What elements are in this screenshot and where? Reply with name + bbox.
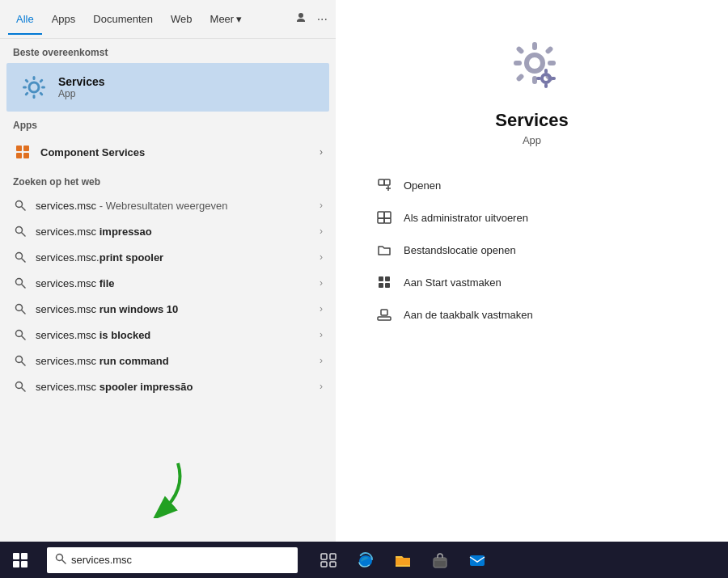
edge-button[interactable]	[349, 544, 382, 576]
svg-rect-42	[544, 83, 548, 88]
start-button[interactable]	[0, 542, 40, 578]
detail-app-type: App	[523, 134, 541, 146]
best-match-subtitle: App	[58, 88, 316, 99]
svg-point-25	[16, 331, 23, 337]
svg-rect-2	[33, 95, 36, 99]
svg-point-17	[16, 227, 23, 234]
web-search-text-0: services.msc - Webresultaten weergeven	[36, 200, 311, 212]
svg-point-40	[542, 74, 550, 82]
svg-rect-43	[536, 77, 541, 80]
tabs-bar: Alle Apps Documenten Web Meer ▾ ···	[0, 0, 336, 39]
web-search-item-4[interactable]: services.msc run windows 10 ›	[0, 296, 336, 322]
svg-line-64	[62, 560, 66, 563]
action-file-label: Bestandslocatie openen	[404, 244, 516, 256]
file-explorer-button[interactable]	[387, 544, 419, 576]
more-icon[interactable]: ···	[317, 12, 328, 27]
svg-point-27	[16, 357, 23, 363]
store-button[interactable]	[424, 544, 456, 576]
svg-rect-3	[23, 86, 27, 89]
svg-rect-8	[39, 78, 44, 83]
web-search-item-6[interactable]: services.msc run command ›	[0, 348, 336, 373]
svg-rect-1	[33, 76, 36, 80]
action-pin-start[interactable]: Aan Start vastmaken	[368, 268, 696, 297]
web-search-item-2[interactable]: services.msc.print spooler ›	[0, 244, 336, 270]
task-view-button[interactable]	[312, 544, 345, 576]
svg-point-29	[16, 382, 23, 389]
svg-line-28	[22, 362, 25, 365]
chevron-right-icon-5: ›	[320, 329, 323, 340]
chevron-right-icon-3: ›	[320, 277, 323, 289]
svg-point-21	[16, 279, 23, 285]
search-icon-5	[13, 327, 28, 342]
person-icon[interactable]	[294, 11, 307, 27]
web-search-item-7[interactable]: services.msc spooler impressão ›	[0, 373, 336, 399]
taskbar-search-icon	[55, 553, 66, 567]
svg-rect-53	[379, 276, 383, 281]
svg-rect-7	[24, 91, 29, 96]
svg-rect-66	[330, 554, 336, 559]
tab-web[interactable]: Web	[163, 3, 201, 35]
chevron-right-icon-1: ›	[320, 226, 323, 237]
action-pin-taskbar[interactable]: Aan de taakbalk vastmaken	[368, 300, 696, 329]
svg-line-26	[22, 336, 25, 340]
web-search-text-5: services.msc is blocked	[36, 329, 311, 341]
svg-rect-52	[384, 218, 391, 223]
results-list: Beste overeenkomst	[0, 39, 336, 542]
web-search-item-0[interactable]: services.msc - Webresultaten weergeven ›	[0, 192, 336, 218]
tab-meer[interactable]: Meer ▾	[202, 3, 251, 35]
svg-point-63	[57, 555, 63, 561]
action-pin-taskbar-label: Aan de taakbalk vastmaken	[404, 309, 533, 321]
action-admin-label: Als administrator uitvoeren	[404, 212, 528, 224]
web-search-item-1[interactable]: services.msc impressao ›	[0, 218, 336, 244]
component-services-item[interactable]: Component Services ›	[0, 136, 336, 168]
component-services-icon	[13, 142, 32, 162]
tab-alle[interactable]: Alle	[8, 3, 42, 35]
chevron-right-icon-2: ›	[320, 251, 323, 263]
admin-icon	[376, 209, 392, 226]
web-search-item-5[interactable]: services.msc is blocked ›	[0, 322, 336, 348]
web-search-text-3: services.msc file	[36, 277, 311, 289]
mail-button[interactable]	[461, 544, 493, 576]
svg-rect-61	[13, 561, 19, 567]
web-search-text-6: services.msc run command	[36, 355, 311, 367]
svg-rect-55	[379, 283, 383, 288]
detail-app-name: Services	[495, 110, 569, 131]
svg-rect-32	[532, 42, 537, 50]
pin-start-icon	[376, 274, 392, 290]
web-search-item-3[interactable]: services.msc file ›	[0, 270, 336, 296]
svg-rect-65	[321, 554, 327, 559]
svg-line-20	[22, 259, 25, 262]
svg-rect-13	[16, 153, 22, 158]
action-open[interactable]: Openen	[368, 171, 696, 200]
search-icon-7	[13, 379, 28, 394]
svg-rect-58	[381, 310, 387, 315]
action-file-location[interactable]: Bestandslocatie openen	[368, 235, 696, 264]
svg-rect-68	[330, 562, 336, 567]
svg-line-30	[22, 388, 25, 391]
best-match-item[interactable]: Services App	[6, 63, 329, 112]
search-icon-2	[13, 250, 28, 264]
action-open-label: Openen	[404, 179, 441, 192]
svg-line-24	[22, 310, 25, 314]
folder-icon	[376, 242, 392, 258]
search-icon-6	[13, 353, 28, 368]
tab-documenten[interactable]: Documenten	[85, 3, 161, 35]
component-services-text: Component Services	[40, 146, 311, 158]
taskbar-search-input[interactable]	[71, 554, 290, 566]
svg-rect-60	[21, 553, 28, 559]
svg-rect-34	[514, 61, 522, 65]
taskbar-search-box[interactable]	[47, 547, 298, 573]
action-admin[interactable]: Als administrator uitvoeren	[368, 203, 696, 232]
chevron-right-icon-4: ›	[320, 303, 323, 314]
detail-app-icon	[500, 32, 565, 97]
services-icon	[19, 73, 49, 102]
svg-rect-46	[384, 179, 390, 185]
svg-rect-41	[544, 69, 548, 74]
search-icon-3	[13, 276, 28, 290]
taskbar	[0, 542, 728, 578]
tab-apps[interactable]: Apps	[44, 3, 84, 35]
svg-line-16	[22, 207, 25, 210]
chevron-right-icon-7: ›	[320, 381, 323, 392]
svg-rect-4	[41, 86, 45, 89]
web-search-label: Zoeken op het web	[0, 168, 336, 192]
